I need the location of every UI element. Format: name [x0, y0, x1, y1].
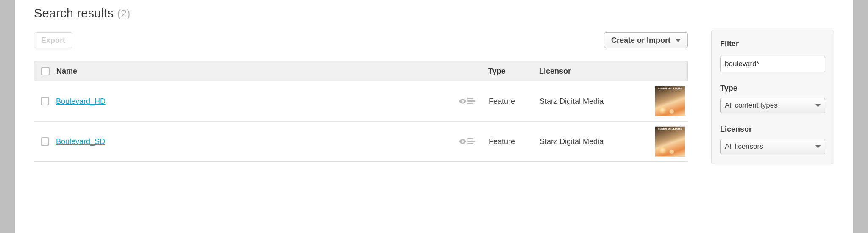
- visibility-icon[interactable]: [459, 138, 475, 144]
- filter-licensor-value: All licensors: [725, 142, 763, 151]
- table-row: Boulevard_HD Feature Starz Digital Media: [34, 81, 688, 122]
- filter-licensor-select[interactable]: All licensors: [720, 139, 825, 154]
- visibility-icon[interactable]: [459, 98, 475, 104]
- table-header: Name Type Licensor: [34, 61, 688, 81]
- filter-search-input[interactable]: [720, 56, 825, 72]
- item-thumbnail[interactable]: [655, 126, 685, 157]
- toolbar: Export Create or Import: [34, 32, 688, 48]
- item-name-link[interactable]: Boulevard_HD: [56, 97, 106, 105]
- item-thumbnail[interactable]: [655, 86, 685, 116]
- chevron-down-icon: [815, 145, 821, 148]
- filter-type-select[interactable]: All content types: [720, 98, 825, 113]
- column-header-licensor[interactable]: Licensor: [539, 67, 649, 76]
- create-or-import-button[interactable]: Create or Import: [604, 32, 688, 48]
- chevron-down-icon: [676, 39, 681, 42]
- item-type: Feature: [489, 137, 540, 146]
- row-checkbox[interactable]: [41, 137, 49, 146]
- item-licensor: Starz Digital Media: [540, 97, 650, 106]
- page-title-text: Search results: [34, 6, 114, 20]
- export-button-label: Export: [41, 36, 65, 45]
- page-title: Search results (2): [34, 6, 688, 20]
- item-licensor: Starz Digital Media: [540, 137, 650, 146]
- export-button: Export: [34, 32, 72, 48]
- item-type: Feature: [489, 97, 540, 106]
- result-count: (2): [117, 8, 130, 19]
- column-header-name[interactable]: Name: [56, 67, 459, 76]
- filter-heading: Filter: [720, 39, 825, 48]
- table-row: Boulevard_SD Feature Starz Digital Media: [34, 122, 688, 162]
- create-or-import-label: Create or Import: [611, 36, 670, 45]
- row-checkbox[interactable]: [41, 97, 49, 105]
- select-all-checkbox[interactable]: [41, 67, 50, 75]
- item-name-link[interactable]: Boulevard_SD: [56, 137, 105, 146]
- filter-licensor-label: Licensor: [720, 125, 825, 134]
- column-header-type[interactable]: Type: [488, 67, 539, 76]
- filter-panel: Filter Type All content types Licensor A…: [711, 30, 834, 164]
- filter-type-value: All content types: [725, 101, 778, 110]
- filter-type-label: Type: [720, 84, 825, 93]
- chevron-down-icon: [815, 104, 821, 107]
